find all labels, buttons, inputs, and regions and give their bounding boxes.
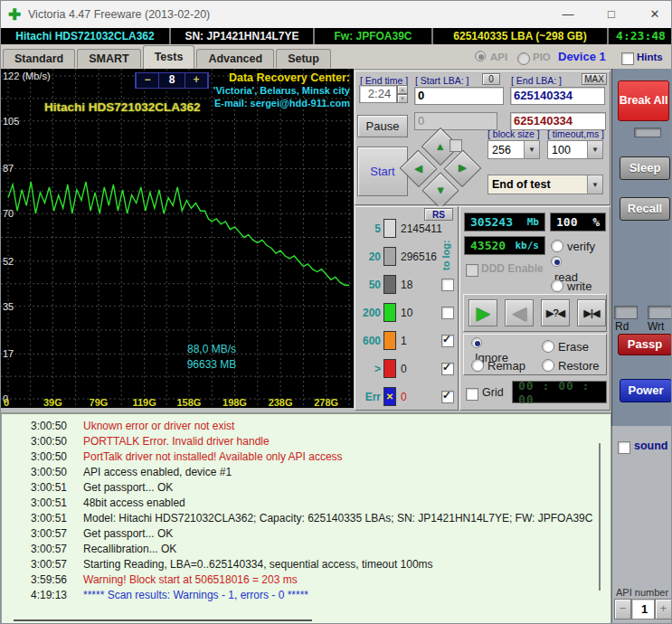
hints-checkbox[interactable]	[621, 51, 634, 67]
api-number-minus-button[interactable]: −	[614, 599, 631, 619]
sound-checkbox[interactable]	[618, 440, 630, 456]
counter-row-200: 20010	[355, 298, 458, 326]
timer-display: 00 : 00 : 00	[512, 381, 607, 403]
counter-value: 1	[401, 335, 441, 347]
log-message: ***** Scan results: Warnings - 1, errors…	[83, 588, 308, 603]
timeout-select[interactable]: 100 ▼	[547, 140, 603, 159]
tab-setup[interactable]: Setup	[276, 49, 331, 68]
position-mb-display: 305243 Mb	[464, 213, 545, 232]
action-label: Restore	[558, 359, 600, 373]
power-button[interactable]: Power	[620, 379, 672, 402]
api-number-value[interactable]: 1	[631, 599, 655, 619]
log-entry: 3:00:50API access enabled, device #1	[14, 465, 610, 480]
svg-text:70: 70	[3, 208, 14, 219]
svg-text:105: 105	[3, 116, 19, 127]
counter-log-checkbox[interactable]	[441, 305, 454, 321]
svg-text:0: 0	[4, 397, 9, 408]
chevron-down-icon[interactable]: ▼	[587, 175, 602, 194]
log-message: Model: Hitachi HDS721032CLA362; Capacity…	[83, 511, 592, 526]
start-lba-label: [ Start LBA: ]	[415, 75, 469, 86]
end-action-select[interactable]: End of test ▼	[487, 175, 603, 194]
log-panel[interactable]: 3:00:50Uknown error or driver not exist3…	[1, 412, 611, 624]
counter-log-checkbox[interactable]	[441, 361, 454, 377]
chevron-down-icon[interactable]: ▼	[524, 141, 539, 158]
svg-text:87: 87	[3, 163, 14, 174]
end-lba-label: [ End LBA: ]	[511, 75, 562, 86]
mode-radio-read[interactable]: read	[551, 256, 595, 276]
end-time-spinner[interactable]: ▲ ▼	[397, 85, 408, 103]
log-time: 3:00:57	[14, 542, 67, 557]
log-vertical-scrollbar[interactable]	[599, 443, 601, 591]
action-radio-restore[interactable]: Restore	[542, 356, 612, 375]
action-radio-remap[interactable]: Remap	[471, 356, 542, 375]
mode-radio-verify[interactable]: verify	[551, 236, 595, 256]
promo-line-2: 'Victoria', Belarus, Minsk city	[205, 84, 350, 97]
log-entry: 3:00:57Recallibration... OK	[14, 542, 610, 557]
timer-value: 00 : 00 : 00	[518, 379, 601, 406]
counter-log-checkbox[interactable]	[441, 389, 454, 405]
ddd-enable-label: DDD Enable	[481, 262, 544, 275]
close-button[interactable]: ✕	[645, 6, 665, 23]
maximize-button[interactable]: □	[601, 6, 621, 23]
pio-radio[interactable]	[517, 51, 530, 67]
svg-text:79G: 79G	[90, 397, 109, 408]
counter-log-checkbox[interactable]	[441, 277, 454, 293]
graph-zoom-control: − 8 +	[135, 72, 209, 89]
action-radio-ignore[interactable]: Ignore	[471, 337, 542, 356]
start-lba-input[interactable]: 0	[414, 87, 504, 105]
sidebar-lower: sound API number − 1 +	[611, 426, 672, 624]
graph-zoom-out-button[interactable]: −	[136, 73, 159, 88]
scan-forward-button[interactable]: ▶	[469, 299, 497, 326]
chevron-down-icon[interactable]: ▼	[587, 141, 602, 158]
mode-radio-write[interactable]: write	[551, 276, 595, 296]
start-button[interactable]: Start	[357, 147, 408, 196]
block-size-value: 256	[488, 144, 524, 156]
end-lba-input[interactable]: 625140334	[510, 87, 605, 105]
action-radio-erase[interactable]: Erase	[542, 337, 612, 356]
break-all-button[interactable]: Break All	[618, 80, 669, 121]
counter-log-checkbox[interactable]	[441, 333, 454, 349]
counter-value: 296516	[401, 251, 454, 263]
log-message: Uknown error or driver not exist	[83, 419, 234, 434]
pio-label: PIO	[533, 52, 551, 62]
log-time: 3:00:50	[14, 449, 67, 465]
lba-max-button[interactable]: MAX	[582, 73, 607, 85]
lba-zero-button[interactable]: 0	[482, 73, 500, 85]
tab-smart[interactable]: SMART	[77, 49, 140, 68]
log-message: Starting Reading, LBA=0..625140334, sequ…	[83, 557, 433, 572]
ddd-enable-checkbox[interactable]	[466, 262, 478, 279]
counter-value: 0	[401, 391, 441, 403]
passp-button[interactable]: Passp	[618, 334, 672, 355]
seek-end-button[interactable]: ▶|◀	[577, 299, 606, 326]
position-mb-value: 305243	[470, 215, 513, 229]
log-entry: 3:00:50PORTTALK Error. Invalid driver ha…	[14, 434, 610, 449]
sleep-button[interactable]: Sleep	[620, 156, 670, 180]
recall-button[interactable]: Recall	[620, 197, 670, 221]
pause-button[interactable]: Pause	[357, 115, 408, 137]
tab-tests[interactable]: Tests	[143, 45, 195, 69]
api-radio[interactable]	[475, 51, 486, 61]
hints-label: Hints	[637, 52, 663, 62]
end-time-field[interactable]: 2:24	[359, 85, 397, 103]
scan-back-button[interactable]: ◀	[505, 299, 534, 326]
svg-text:17: 17	[3, 348, 14, 359]
grid-checkbox[interactable]	[466, 386, 478, 402]
busy-led-indicator	[634, 128, 661, 137]
log-horizontal-scrollbar[interactable]	[14, 619, 312, 621]
counter-label: 200	[357, 307, 381, 319]
average-speed-label: 88,0 MB/s	[144, 343, 279, 355]
svg-text:278G: 278G	[314, 397, 338, 408]
tab-standard[interactable]: Standard	[3, 49, 75, 68]
current-lba-display: 0	[414, 112, 497, 130]
seek-question-button[interactable]: ▶?◀	[541, 299, 570, 326]
tab-advanced[interactable]: Advanced	[196, 49, 274, 68]
minimize-button[interactable]: —	[558, 6, 578, 23]
promo-line-3: E-mail: sergei@hdd-911.com	[205, 97, 350, 109]
block-size-select[interactable]: 256 ▼	[487, 140, 540, 159]
dpad-checkbox[interactable]	[450, 137, 462, 154]
api-number-plus-button[interactable]: +	[655, 599, 672, 619]
counter-value: 2145411	[401, 222, 454, 235]
log-time: 3:00:50	[14, 465, 67, 480]
sidebar-upper: Break All Sleep Recall Rd Wrt Passp Powe…	[611, 69, 672, 426]
action-label: Remap	[487, 359, 525, 373]
